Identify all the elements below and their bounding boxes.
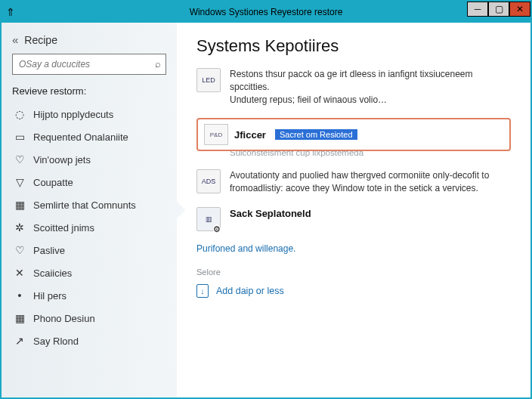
highlight-icon: P&D <box>204 124 228 145</box>
add-icon: ↓ <box>196 284 209 298</box>
link-purifoned[interactable]: Purifoned and willenage. <box>196 243 511 254</box>
nav-label: Hil pers <box>33 290 66 302</box>
sidebar-item-4[interactable]: ▦Semlirte that Comnunts <box>12 193 166 216</box>
item-icon: LED <box>196 68 221 92</box>
nav-icon: ▦ <box>14 199 26 211</box>
nav-icon: ▭ <box>14 131 26 143</box>
sidebar-item-8[interactable]: •Hil pers <box>12 284 166 307</box>
restore-item-1[interactable]: LED Restons thsur pacck oa ge irt dleess… <box>196 68 511 106</box>
nav-icon: ✕ <box>14 267 26 279</box>
item-line2: fromoadlistiy: acove they Window tote in… <box>230 182 511 195</box>
sidebar-item-3[interactable]: ▽Coupatte <box>12 171 166 193</box>
highlight-badge: Sacret om Resioted <box>275 129 357 140</box>
window-title: Windows Systiones Reyestore restore <box>190 7 343 17</box>
nav-icon: ✲ <box>14 221 26 234</box>
settings-overlay-icon: ⚙ <box>213 224 221 234</box>
highlighted-item[interactable]: P&D Jficcer Sacret om Resioted <box>196 118 511 151</box>
body: « Recipe ⌕ Revieve restorm: ◌Hijpto nppl… <box>2 23 530 397</box>
nav-icon: ↗ <box>14 335 26 347</box>
item-line1: Avoutationty and puolied haw thergved co… <box>230 169 511 182</box>
nav-label: Semlirte that Comnunts <box>33 200 136 211</box>
search-wrap: ⌕ <box>12 54 166 75</box>
item-line1: Restons thsur pacck oa ge irt dleess in … <box>230 68 511 94</box>
back-icon: « <box>12 33 18 46</box>
sidebar: « Recipe ⌕ Revieve restorm: ◌Hijpto nppl… <box>2 23 177 397</box>
add-label: Add daip or less <box>216 286 284 296</box>
sidebar-item-7[interactable]: ✕Scaiicies <box>12 261 166 284</box>
close-button[interactable]: ✕ <box>509 2 530 17</box>
add-button[interactable]: ↓ Add daip or less <box>196 284 511 298</box>
item-body: Avoutationty and puolied haw thergved co… <box>230 169 511 195</box>
window-controls: ─ ▢ ✕ <box>467 2 530 17</box>
item-icon: ADS <box>196 169 221 193</box>
app-icon: ⇑ <box>6 6 15 18</box>
nav-icon: ♡ <box>14 244 26 256</box>
nav-label: Scaiicies <box>33 268 72 279</box>
back-label: Recipe <box>24 34 57 46</box>
titlebar: ⇑ Windows Systiones Reyestore restore ─ … <box>2 2 530 23</box>
page-title: Systems Kepotiires <box>196 36 511 56</box>
nav-icon: ▦ <box>14 312 26 324</box>
sidebar-item-0[interactable]: ◌Hijpto npplydecuts <box>12 103 166 125</box>
item-line2: Unduterg repus; fieil of winaous volio… <box>230 94 511 107</box>
maximize-button[interactable]: ▢ <box>488 2 509 17</box>
sidebar-item-9[interactable]: ▦Phono Desiun <box>12 307 166 329</box>
restore-item-4[interactable]: ▥ ⚙ Sack Seplatoneld <box>196 207 511 231</box>
nav-label: Coupatte <box>33 177 73 188</box>
highlight-row: P&D Jficcer Sacret om Resioted <box>204 124 503 145</box>
selore-label: Selore <box>196 268 511 277</box>
sidebar-item-1[interactable]: ▭Requented Onalaniite <box>12 125 166 148</box>
sidebar-section-title: Revieve restorm: <box>12 85 166 97</box>
nav-label: Hijpto npplydecuts <box>33 109 113 120</box>
nav-icon: ▽ <box>14 176 26 188</box>
nav-label: Paslive <box>33 245 65 256</box>
item-body: Sack Seplatoneld <box>230 207 511 231</box>
nav-label: Requented Onalaniite <box>33 131 128 143</box>
nav-icon: ◌ <box>14 108 26 120</box>
nav-label: Vin'oowp jets <box>33 154 91 165</box>
restore-item-3[interactable]: ADS Avoutationty and puolied haw thergve… <box>196 169 511 195</box>
search-icon[interactable]: ⌕ <box>155 58 161 70</box>
item-title: Sack Seplatoneld <box>230 207 511 221</box>
sidebar-item-5[interactable]: ✲Scoitted jnims <box>12 216 166 239</box>
back-button[interactable]: « Recipe <box>12 33 166 46</box>
main-content: Systems Kepotiires LED Restons thsur pac… <box>177 23 530 397</box>
app-window: ⇑ Windows Systiones Reyestore restore ─ … <box>0 0 532 399</box>
nav-label: Phono Desiun <box>33 313 95 324</box>
item-body: Restons thsur pacck oa ge irt dleess in … <box>230 68 511 106</box>
sidebar-item-2[interactable]: ♡Vin'oowp jets <box>12 148 166 171</box>
sidebar-item-6[interactable]: ♡Paslive <box>12 239 166 261</box>
nav-label: Say Rlond <box>33 336 79 347</box>
nav-icon: ♡ <box>14 153 26 165</box>
nav-label: Scoitted jnims <box>33 222 94 234</box>
sidebar-item-10[interactable]: ↗Say Rlond <box>12 329 166 352</box>
highlight-title: Jficcer <box>234 129 266 141</box>
nav-icon: • <box>14 289 26 302</box>
minimize-button[interactable]: ─ <box>467 2 488 17</box>
search-input[interactable] <box>12 54 166 75</box>
